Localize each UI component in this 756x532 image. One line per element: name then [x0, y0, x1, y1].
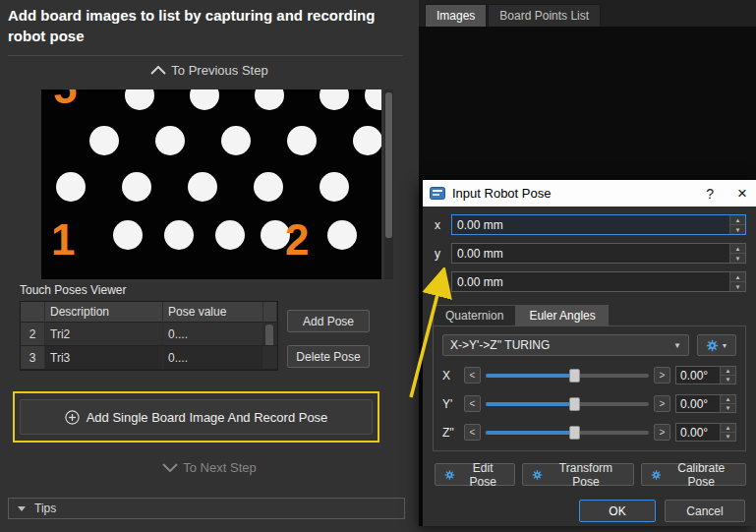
- next-step-label: To Next Step: [183, 460, 256, 475]
- transform-pose-label: Transform Pose: [548, 461, 623, 489]
- transform-pose-button[interactable]: Transform Pose: [522, 463, 633, 486]
- x-position-input[interactable]: 0.00 mm ▲▼: [451, 214, 746, 235]
- scrollbar-thumb[interactable]: [385, 92, 392, 238]
- angle-x-input[interactable]: 0.00° ▲▼: [675, 366, 736, 384]
- spin-up-icon[interactable]: ▲: [721, 424, 735, 432]
- tab-euler-angles[interactable]: Euler Angles: [516, 305, 608, 326]
- pose-value-column-header: Pose value: [163, 302, 263, 323]
- to-previous-step-button[interactable]: To Previous Step: [0, 63, 419, 78]
- euler-angles-pane: X->Y'->Z'' TURING ▼ ▼: [433, 325, 746, 451]
- slider-handle[interactable]: [569, 397, 580, 411]
- input-robot-pose-dialog: Input Robot Pose ? × x 0.00 mm ▲▼ y 0.00…: [423, 180, 756, 526]
- edit-pose-button[interactable]: Edit Pose: [435, 463, 515, 486]
- tab-images[interactable]: Images: [425, 4, 487, 27]
- increase-button[interactable]: >: [654, 395, 670, 412]
- calibrate-pose-button[interactable]: Calibrate Pose: [641, 463, 746, 486]
- calibration-board-image[interactable]: 512: [41, 89, 381, 279]
- decrease-button[interactable]: <: [464, 424, 481, 441]
- index-column-header: [21, 302, 45, 323]
- row-description: Tri3: [45, 346, 163, 370]
- spin-up-icon[interactable]: ▲: [730, 215, 745, 224]
- angle-spin-arrows: ▲▼: [720, 395, 735, 412]
- gear-icon: [651, 469, 662, 481]
- angle-z-input[interactable]: 0.00° ▲▼: [675, 423, 736, 442]
- y-position-input[interactable]: 0.00 mm ▲▼: [451, 243, 746, 264]
- add-single-board-image-button[interactable]: Add Single Board Image And Record Pose: [20, 399, 373, 435]
- gear-icon: [532, 469, 543, 481]
- app-logo-icon: [430, 187, 445, 200]
- gear-icon: [444, 469, 455, 481]
- row-description: Tri2: [45, 323, 163, 346]
- z-position-input[interactable]: 0.00 mm ▲▼: [451, 271, 746, 292]
- tab-board-points-label: Board Points List: [499, 9, 589, 23]
- window-bottom-edge: [419, 526, 756, 532]
- spin-down-icon[interactable]: ▼: [721, 432, 735, 441]
- spin-up-icon[interactable]: ▲: [730, 272, 745, 281]
- table-scrollbar[interactable]: [263, 323, 277, 346]
- row-index: 3: [21, 346, 45, 370]
- angle-y-slider[interactable]: [486, 395, 649, 412]
- ok-label: OK: [609, 504, 625, 518]
- svg-text:5: 5: [53, 89, 77, 112]
- euler-type-dropdown[interactable]: X->Y'->Z'' TURING ▼: [442, 334, 689, 356]
- board-image-scrollbar[interactable]: [384, 89, 393, 279]
- tips-collapsible[interactable]: Tips: [8, 498, 405, 519]
- slider-handle[interactable]: [569, 369, 580, 383]
- euler-type-row: X->Y'->Z'' TURING ▼ ▼: [442, 334, 736, 356]
- row-index: 2: [21, 323, 45, 346]
- spin-up-icon[interactable]: ▲: [721, 367, 735, 375]
- spin-down-icon[interactable]: ▼: [721, 403, 735, 412]
- angle-y-value: 0.00°: [676, 395, 720, 412]
- calibrate-pose-label: Calibrate Pose: [666, 461, 736, 489]
- dialog-close-button[interactable]: ×: [737, 185, 747, 202]
- decrease-button[interactable]: <: [464, 367, 481, 384]
- dialog-help-button[interactable]: ?: [706, 186, 714, 202]
- table-scrollbar[interactable]: [263, 346, 277, 370]
- angle-row-x: X < > 0.00° ▲▼: [442, 366, 736, 384]
- ok-button[interactable]: OK: [579, 500, 656, 522]
- angle-y-label: Y': [442, 397, 459, 411]
- angle-z-value: 0.00°: [676, 424, 720, 441]
- dialog-title: Input Robot Pose: [452, 186, 699, 201]
- increase-button[interactable]: >: [654, 367, 670, 384]
- spin-down-icon[interactable]: ▼: [730, 224, 745, 234]
- chevron-down-icon: [162, 463, 178, 472]
- add-pose-button[interactable]: Add Pose: [287, 310, 370, 332]
- spin-down-icon[interactable]: ▼: [730, 281, 745, 291]
- x-position-value: 0.00 mm: [452, 215, 729, 234]
- tab-images-label: Images: [436, 9, 475, 23]
- slider-handle[interactable]: [569, 426, 580, 440]
- angle-x-slider[interactable]: [486, 367, 649, 384]
- chevron-up-icon: [150, 66, 166, 75]
- angle-z-slider[interactable]: [486, 424, 649, 441]
- to-next-step-button[interactable]: To Next Step: [0, 460, 419, 475]
- y-label: y: [435, 247, 444, 261]
- angle-spin-arrows: ▲▼: [720, 424, 735, 441]
- collapse-triangle-icon: [18, 506, 26, 511]
- spin-up-icon[interactable]: ▲: [721, 395, 735, 403]
- svg-text:1: 1: [51, 215, 75, 264]
- tab-quaternion[interactable]: Quaternion: [433, 305, 516, 326]
- y-position-row: y 0.00 mm ▲▼: [435, 243, 746, 264]
- table-row[interactable]: 2 Tri2 0....: [21, 323, 277, 346]
- angle-spin-arrows: ▲▼: [720, 367, 735, 384]
- cancel-button[interactable]: Cancel: [665, 500, 745, 522]
- delete-pose-button[interactable]: Delete Pose: [287, 345, 370, 368]
- increase-button[interactable]: >: [654, 424, 670, 441]
- spin-up-icon[interactable]: ▲: [730, 244, 745, 253]
- cancel-label: Cancel: [686, 504, 723, 518]
- table-scrollbar-track[interactable]: [263, 302, 277, 323]
- euler-settings-button[interactable]: ▼: [697, 334, 736, 356]
- table-row[interactable]: 3 Tri3 0....: [21, 346, 277, 370]
- scrollbar-thumb[interactable]: [265, 325, 273, 346]
- record-button-label: Add Single Board Image And Record Pose: [87, 410, 328, 425]
- dialog-titlebar[interactable]: Input Robot Pose ? ×: [423, 180, 756, 207]
- spin-down-icon[interactable]: ▼: [730, 253, 745, 263]
- tab-board-points-list[interactable]: Board Points List: [488, 4, 601, 27]
- z-position-row: z 0.00 mm ▲▼: [435, 271, 746, 292]
- decrease-button[interactable]: <: [464, 395, 481, 412]
- z-spin-arrows: ▲▼: [729, 272, 745, 291]
- angle-y-input[interactable]: 0.00° ▲▼: [675, 394, 736, 413]
- gear-icon: [706, 339, 719, 352]
- spin-down-icon[interactable]: ▼: [721, 375, 735, 384]
